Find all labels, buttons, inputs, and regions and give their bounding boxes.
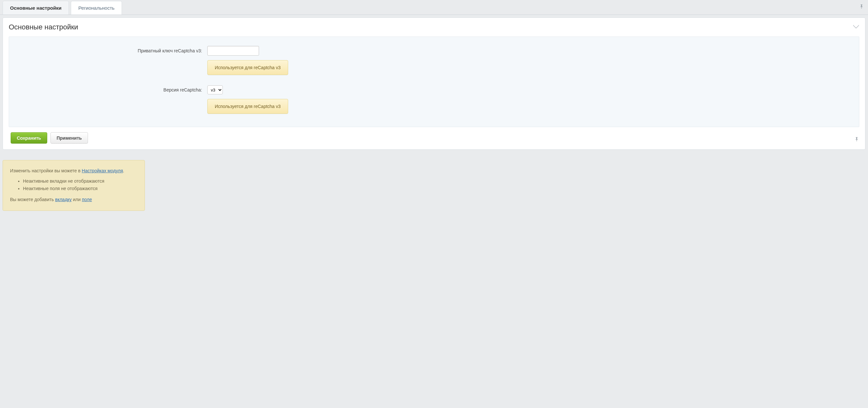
note-line2-mid: или <box>72 197 82 202</box>
panel-title: Основные настройки <box>9 23 78 31</box>
pin-icon-footer[interactable] <box>854 137 859 143</box>
private-key-field <box>207 46 853 56</box>
version-field: v3 <box>207 85 853 94</box>
save-button[interactable]: Сохранить <box>11 132 47 144</box>
note-line1-prefix: Изменить настройки вы можете в <box>10 168 82 173</box>
settings-panel: Основные настройки Приватный ключ reCapt… <box>3 18 865 150</box>
row-private-key: Приватный ключ reCaptcha v3: <box>15 46 853 56</box>
tabs-bar: Основные настройки Региональность <box>0 0 868 15</box>
private-key-label: Приватный ключ reCaptcha v3: <box>15 48 207 53</box>
tab-regional[interactable]: Региональность <box>71 1 122 14</box>
note-add-tab-link[interactable]: вкладку <box>55 197 71 202</box>
apply-button-label: Применить <box>57 135 82 140</box>
info-button-1[interactable]: Используется для reCaptcha v3 <box>207 60 288 75</box>
chevron-down-icon[interactable] <box>853 25 859 30</box>
info-spacer-2 <box>15 99 207 114</box>
info-button-2[interactable]: Используется для reCaptcha v3 <box>207 99 288 114</box>
info-row-1: Используется для reCaptcha v3 <box>15 60 853 75</box>
info-button-2-label: Используется для reCaptcha v3 <box>215 104 281 109</box>
save-button-label: Сохранить <box>17 135 41 140</box>
note-list: Неактивные вкладки не отображаются Неакт… <box>23 178 137 192</box>
button-bar: Сохранить Применить <box>3 127 865 144</box>
note-line2-prefix: Вы можете добавить <box>10 197 55 202</box>
info-field-1: Используется для reCaptcha v3 <box>207 60 288 75</box>
info-row-2: Используется для reCaptcha v3 <box>15 99 853 114</box>
info-field-2: Используется для reCaptcha v3 <box>207 99 288 114</box>
note-line-2: Вы можете добавить вкладку или поле <box>10 196 137 203</box>
private-key-input[interactable] <box>207 46 259 56</box>
info-button-1-label: Используется для reCaptcha v3 <box>215 65 281 70</box>
info-spacer-1 <box>15 60 207 75</box>
tab-regional-label: Региональность <box>78 5 115 11</box>
note-settings-link[interactable]: Настройках модуля <box>82 168 123 173</box>
note-line-1: Изменить настройки вы можете в Настройка… <box>10 167 137 175</box>
version-select[interactable]: v3 <box>207 85 223 94</box>
pin-icon[interactable] <box>859 4 864 11</box>
row-version: Версия reCaptcha: v3 <box>15 85 853 94</box>
form-area: Приватный ключ reCaptcha v3: Используетс… <box>9 36 859 127</box>
note-box: Изменить настройки вы можете в Настройка… <box>3 160 145 211</box>
note-line1-suffix: . <box>123 168 124 173</box>
apply-button[interactable]: Применить <box>51 132 88 144</box>
note-bullet-2: Неактивные поля не отображаются <box>23 185 137 192</box>
note-add-field-link[interactable]: поле <box>82 197 92 202</box>
tab-main-label: Основные настройки <box>10 5 61 11</box>
tabs-container: Основные настройки Региональность <box>3 0 122 14</box>
tab-main[interactable]: Основные настройки <box>3 1 69 14</box>
note-bullet-1: Неактивные вкладки не отображаются <box>23 178 137 185</box>
panel-header: Основные настройки <box>3 18 865 33</box>
version-label: Версия reCaptcha: <box>15 87 207 92</box>
